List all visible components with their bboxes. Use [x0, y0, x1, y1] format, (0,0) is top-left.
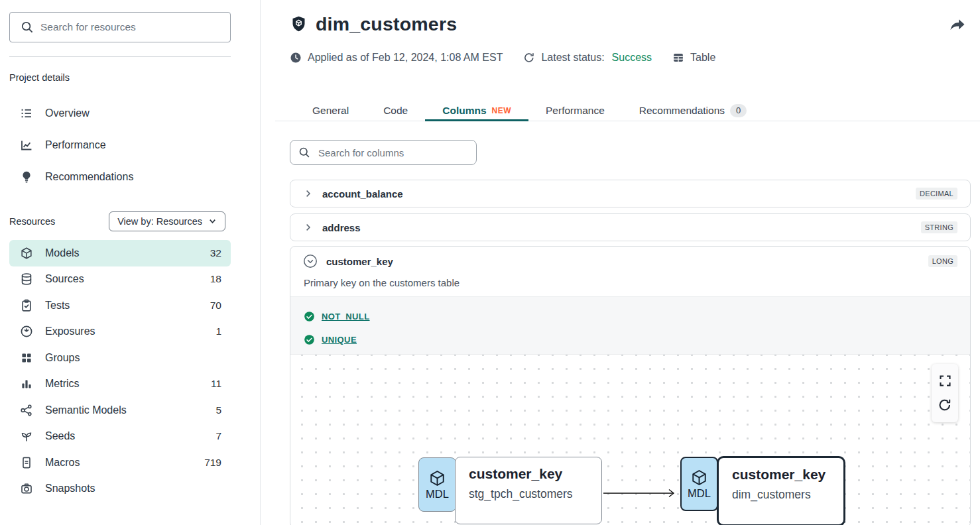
clock-icon: [290, 52, 302, 64]
sidebar-item-count: 1: [215, 325, 221, 337]
cube-icon: [428, 469, 446, 487]
table-icon: [672, 52, 684, 64]
tab-recommendations[interactable]: Recommendations 0: [622, 99, 764, 121]
sidebar-item-label: Performance: [45, 139, 106, 151]
resource-list: Models 32 Sources 18 Tests 70 Exposures …: [9, 240, 231, 502]
sidebar-item-exposures[interactable]: Exposures 1: [9, 319, 231, 345]
columns-search: [290, 140, 477, 165]
test-link-not-null[interactable]: NOT_NULL: [322, 312, 370, 321]
sidebar-item-label: Recommendations: [45, 171, 133, 183]
sidebar-item-label: Metrics: [45, 378, 80, 390]
search-input[interactable]: [9, 12, 231, 42]
tab-columns[interactable]: Columns NEW: [425, 99, 528, 121]
count-badge: 0: [730, 104, 747, 117]
sidebar-item-label: Snapshots: [45, 483, 95, 495]
column-name: account_balance: [322, 188, 403, 200]
materialization-label: Table: [690, 52, 715, 64]
sidebar-item-seeds[interactable]: Seeds 7: [9, 424, 231, 450]
sidebar-item-overview[interactable]: Overview: [9, 103, 221, 124]
applied-as-of: Applied as of Feb 12, 2024, 1:08 AM EST: [290, 52, 503, 64]
sidebar-item-label: Groups: [45, 352, 80, 364]
tab-bar: General Code Columns NEW Performance Rec…: [295, 99, 764, 121]
column-row-header[interactable]: address STRING: [290, 214, 970, 241]
fullscreen-button[interactable]: [938, 374, 952, 388]
sidebar-item-count: 719: [204, 457, 221, 469]
chevron-down-circle-icon: [303, 254, 318, 268]
tab-label: Performance: [546, 105, 605, 117]
sidebar-item-count: 7: [215, 430, 221, 442]
chevron-right-icon: [303, 222, 314, 233]
lineage-node-stg-tpch-customers[interactable]: MDL customer_key stg_tpch_customers: [418, 457, 602, 524]
latest-status: Latest status: Success: [523, 52, 652, 64]
gauge-icon: [20, 325, 33, 338]
refresh-graph-button[interactable]: [938, 398, 952, 412]
sidebar-item-count: 18: [210, 273, 221, 285]
sidebar-item-performance[interactable]: Performance: [9, 135, 221, 156]
new-badge: NEW: [492, 106, 512, 115]
tab-code[interactable]: Code: [366, 99, 425, 121]
column-type-badge: STRING: [921, 221, 957, 233]
tab-performance[interactable]: Performance: [528, 99, 622, 121]
lineage-node-dim-customers[interactable]: MDL customer_key dim_customers: [680, 456, 845, 525]
node-badge-label: MDL: [688, 487, 711, 500]
test-link-unique[interactable]: UNIQUE: [322, 335, 357, 345]
sidebar-item-semantic-models[interactable]: Semantic Models 5: [9, 397, 231, 424]
cube-icon: [20, 247, 33, 260]
column-row-header[interactable]: account_balance DECIMAL: [290, 180, 970, 207]
column-type-badge: LONG: [928, 255, 957, 267]
tab-label: Recommendations: [639, 105, 725, 117]
share-nodes-icon: [20, 404, 33, 417]
chevron-right-icon: [303, 188, 314, 199]
view-by-dropdown[interactable]: View by: Resources: [109, 211, 225, 231]
status-badge: Success: [612, 52, 652, 64]
sidebar-item-label: Tests: [45, 300, 70, 312]
chevron-down-icon: [208, 217, 217, 225]
columns-search-input[interactable]: [290, 140, 477, 165]
page-title: dim_customers: [316, 13, 457, 35]
bar-chart-icon: [20, 377, 33, 390]
sidebar-item-macros[interactable]: Macros 719: [9, 449, 231, 476]
share-icon[interactable]: [948, 16, 967, 36]
cube-icon: [690, 469, 708, 487]
sidebar-item-sources[interactable]: Sources 18: [9, 266, 231, 293]
sidebar-item-metrics[interactable]: Metrics 11: [9, 371, 231, 398]
column-lineage-graph[interactable]: MDL customer_key stg_tpch_customers MDL …: [290, 355, 970, 525]
lineage-edge-arrow: [603, 487, 680, 499]
sidebar-item-label: Exposures: [45, 325, 95, 337]
view-by-label: View by: Resources: [117, 216, 202, 227]
camera-icon: [20, 482, 33, 495]
sidebar-item-label: Seeds: [45, 430, 75, 442]
node-model-name: dim_customers: [732, 488, 843, 502]
sidebar: Project details Overview Performance Rec…: [0, 0, 261, 525]
sidebar-item-snapshots[interactable]: Snapshots: [9, 476, 231, 502]
column-row-header[interactable]: customer_key LONG: [290, 247, 970, 276]
column-tests: NOT_NULL UNIQUE: [290, 296, 970, 355]
sidebar-item-label: Semantic Models: [45, 404, 127, 416]
tab-label: General: [312, 105, 349, 117]
main-content: dim_customers Applied as of Feb 12, 2024…: [261, 0, 980, 525]
list-icon: [20, 107, 33, 120]
column-name: address: [322, 222, 361, 233]
materialization: Table: [672, 52, 715, 64]
model-shield-icon: [290, 15, 308, 33]
model-type-badge: MDL: [418, 457, 456, 512]
test-row: UNIQUE: [304, 328, 957, 351]
sidebar-item-models[interactable]: Models 32: [9, 240, 231, 266]
refresh-icon: [523, 52, 535, 64]
resources-label: Resources: [9, 216, 55, 227]
column-name: customer_key: [326, 256, 393, 267]
sidebar-divider: [9, 56, 231, 57]
node-card: customer_key stg_tpch_customers: [455, 457, 602, 524]
meta-row: Applied as of Feb 12, 2024, 1:08 AM EST …: [290, 52, 715, 64]
column-row-address: address STRING: [290, 213, 971, 241]
sidebar-item-count: 70: [210, 300, 221, 312]
chart-line-icon: [20, 139, 33, 152]
sidebar-item-groups[interactable]: Groups: [9, 345, 231, 371]
sidebar-item-tests[interactable]: Tests 70: [9, 292, 231, 319]
tab-general[interactable]: General: [295, 99, 366, 121]
sidebar-item-count: 11: [211, 378, 221, 390]
resources-header: Resources View by: Resources: [9, 211, 225, 231]
clipboard-check-icon: [20, 299, 33, 312]
sidebar-item-recommendations[interactable]: Recommendations: [9, 166, 221, 188]
page-header: dim_customers: [290, 13, 457, 35]
